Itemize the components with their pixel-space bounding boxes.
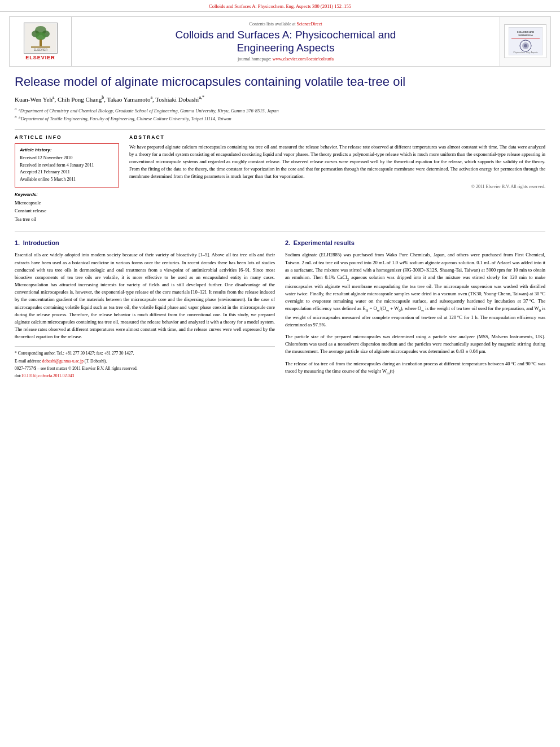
journal-header: ELSEVIER ELSEVIER Contents lists availab… — [9, 16, 551, 67]
abstract-text: We have prepared alginate calcium microc… — [129, 143, 545, 181]
svg-text:ELSEVIER: ELSEVIER — [33, 48, 47, 51]
body-right-col: 2. Experimental results Sodium alginate … — [285, 236, 545, 381]
sciencedirect-line: Contents lists available at ScienceDirec… — [78, 21, 493, 27]
footnote-star: * Corresponding author. Tel.: +81 277 30… — [15, 350, 275, 356]
journal-logo-right: COLLOIDS AND SURFACES A Physicochem. Eng… — [504, 24, 546, 58]
accepted-date: Accepted 21 February 2011 — [20, 169, 114, 176]
article-content: Release model of alginate microcapsules … — [0, 67, 560, 392]
journal-header-center: Contents lists available at ScienceDirec… — [72, 17, 500, 66]
keyword-2: Constant release — [15, 207, 119, 215]
section2-paragraph2: The particle size of the prepared microc… — [285, 333, 545, 356]
history-label: Article history: — [20, 147, 114, 152]
svg-text:Physicochem. Eng. Aspects: Physicochem. Eng. Aspects — [513, 51, 537, 54]
divider-1 — [15, 129, 545, 130]
body-two-col: 1. Introduction Essential oils are widel… — [15, 236, 545, 381]
article-title: Release model of alginate microcapsules … — [15, 75, 545, 89]
section2-paragraph1: Sodium alginate (ELH2885) was purchased … — [285, 251, 545, 329]
available-date: Available online 5 March 2011 — [20, 176, 114, 184]
revised-date: Received in revised form 4 January 2011 — [20, 162, 114, 169]
divider-2 — [15, 231, 545, 231]
keyword-1: Microcapsule — [15, 199, 119, 207]
elsevier-tree-svg: ELSEVIER — [25, 24, 56, 52]
svg-point-14 — [524, 44, 527, 47]
page-wrapper: Colloids and Surfaces A: Physicochem. En… — [0, 0, 560, 392]
email-link[interactable]: dobashi@gunma-u.ac.jp — [42, 359, 84, 364]
elsevier-logo-section: ELSEVIER ELSEVIER — [10, 17, 72, 66]
abstract-section: ABSTRACT We have prepared alginate calci… — [129, 134, 545, 224]
footnote-section: * Corresponding author. Tel.: +81 277 30… — [15, 346, 275, 379]
section1-heading: 1. Introduction — [15, 238, 275, 248]
journal-title: Colloids and Surfaces A: Physicochemical… — [78, 29, 493, 55]
journal-homepage-link[interactable]: www.elsevier.com/locate/colsurfa — [273, 56, 334, 62]
authors-line: Kuan-Wen Yeha, Chih Pong Changb, Takao Y… — [15, 95, 545, 103]
keywords-section: Keywords: Microcapsule Constant release … — [15, 192, 119, 223]
elsevier-logo: ELSEVIER ELSEVIER — [24, 23, 58, 60]
svg-rect-11 — [511, 38, 540, 39]
section2-paragraph3: The release of tea tree oil from the mic… — [285, 360, 545, 377]
body-left-col: 1. Introduction Essential oils are widel… — [15, 236, 275, 381]
section2-heading: 2. Experimental results — [285, 238, 545, 248]
received-date: Received 12 November 2010 — [20, 155, 114, 162]
elsevier-logo-image: ELSEVIER — [24, 23, 58, 54]
svg-rect-5 — [40, 40, 42, 46]
elsevier-label: ELSEVIER — [25, 55, 55, 60]
journal-logo-svg: COLLOIDS AND SURFACES A Physicochem. Eng… — [509, 27, 542, 55]
info-abstract-row: ARTICLE INFO Article history: Received 1… — [15, 134, 545, 224]
keywords-label: Keywords: — [15, 192, 119, 197]
abstract-heading: ABSTRACT — [129, 134, 545, 140]
issn-line: 0927-7757/$ – see front matter © 2011 El… — [15, 365, 275, 372]
affiliations: a ᵃ Department of Chemistry and Chemical… — [15, 106, 545, 123]
article-info-heading: ARTICLE INFO — [15, 134, 119, 140]
journal-homepage: journal homepage: www.elsevier.com/locat… — [78, 56, 493, 62]
article-history-box: Article history: Received 12 November 20… — [15, 143, 119, 187]
doi-link[interactable]: 10.1016/j.colsurfa.2011.02.043 — [21, 373, 75, 378]
doi-line: doi:10.1016/j.colsurfa.2011.02.043 — [15, 373, 275, 379]
footnote-email: E-mail address: dobashi@gunma-u.ac.jp (T… — [15, 358, 275, 364]
journal-citation: Colloids and Surfaces A: Physicochem. En… — [209, 3, 351, 9]
journal-citation-bar: Colloids and Surfaces A: Physicochem. En… — [0, 0, 560, 12]
journal-logo-right-section: COLLOIDS AND SURFACES A Physicochem. Eng… — [500, 17, 550, 66]
copyright-line: © 2011 Elsevier B.V. All rights reserved… — [129, 184, 545, 189]
svg-text:COLLOIDS AND: COLLOIDS AND — [517, 30, 533, 33]
article-info-section: ARTICLE INFO Article history: Received 1… — [15, 134, 119, 224]
svg-point-4 — [36, 32, 46, 40]
svg-text:SURFACES A: SURFACES A — [518, 34, 533, 37]
sciencedirect-link[interactable]: ScienceDirect — [297, 21, 322, 27]
section1-paragraph1: Essential oils are widely adopted into m… — [15, 251, 275, 340]
keyword-3: Tea tree oil — [15, 215, 119, 223]
